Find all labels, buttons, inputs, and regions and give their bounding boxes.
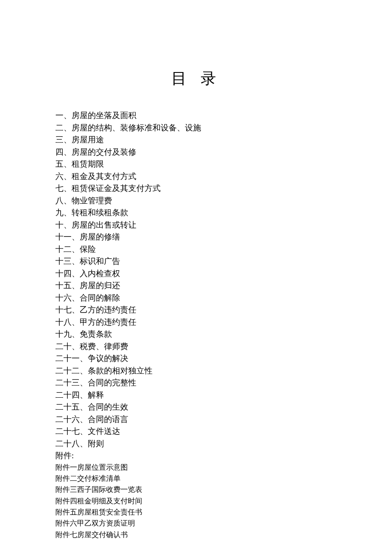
document-page: 目 录 一、房屋的坐落及面积 二、房屋的结构、装修标准和设备、设施 三、房屋用途… [0, 0, 392, 555]
appendix-item: 附件七房屋交付确认书 [55, 529, 337, 541]
toc-item: 十三、标识和广告 [55, 255, 337, 268]
toc-item: 二十六、合同的语言 [55, 413, 337, 426]
toc-item: 十九、免责条款 [55, 328, 337, 341]
toc-item: 二十五、合同的生效 [55, 401, 337, 413]
appendix-list: 附件一房屋位置示意图 附件二交付标准清单 附件三西子国际收费一览表 附件四租金明… [55, 462, 337, 541]
toc-item: 九、转租和续租条款 [55, 207, 337, 219]
page-title: 目 录 [55, 68, 337, 89]
appendix-item: 附件一房屋位置示意图 [55, 462, 337, 473]
appendix-item: 附件三西子国际收费一览表 [55, 484, 337, 495]
toc-item: 二十三、合同的完整性 [55, 377, 337, 389]
toc-item: 十二、保险 [55, 243, 337, 256]
toc-item: 二十七、文件送达 [55, 425, 337, 438]
toc-item: 十四、入内检查权 [55, 268, 337, 280]
toc-item: 七、租赁保证金及其支付方式 [55, 182, 337, 195]
toc-item: 一、房屋的坐落及面积 [55, 110, 337, 122]
appendix-item: 附件二交付标准清单 [55, 473, 337, 484]
toc-list: 一、房屋的坐落及面积 二、房屋的结构、装修标准和设备、设施 三、房屋用途 四、房… [55, 110, 337, 450]
toc-item: 三、房屋用途 [55, 134, 337, 146]
toc-item: 二十二、条款的相对独立性 [55, 365, 337, 377]
appendix-item: 附件四租金明细及支付时间 [55, 496, 337, 507]
toc-item: 二十一、争议的解决 [55, 353, 337, 365]
toc-item: 二十、税费、律师费 [55, 341, 337, 353]
toc-item: 六、租金及其支付方式 [55, 171, 337, 183]
toc-item: 十七、乙方的违约责任 [55, 304, 337, 316]
toc-item: 五、租赁期限 [55, 158, 337, 171]
toc-item: 四、房屋的交付及装修 [55, 146, 337, 159]
toc-item: 十、房屋的出售或转让 [55, 219, 337, 231]
appendix-header: 附件: [55, 450, 337, 462]
toc-item: 八、物业管理费 [55, 195, 337, 207]
appendix-item: 附件五房屋租赁安全责任书 [55, 507, 337, 518]
toc-item: 十一、房屋的修缮 [55, 231, 337, 243]
toc-item: 十五、房屋的归还 [55, 280, 337, 292]
toc-item: 二、房屋的结构、装修标准和设备、设施 [55, 122, 337, 134]
appendix-item: 附件六甲乙双方资质证明 [55, 518, 337, 529]
toc-item: 二十八、附则 [55, 438, 337, 450]
toc-item: 十八、甲方的违约责任 [55, 316, 337, 329]
toc-item: 二十四、解释 [55, 389, 337, 402]
toc-item: 十六、合同的解除 [55, 292, 337, 304]
